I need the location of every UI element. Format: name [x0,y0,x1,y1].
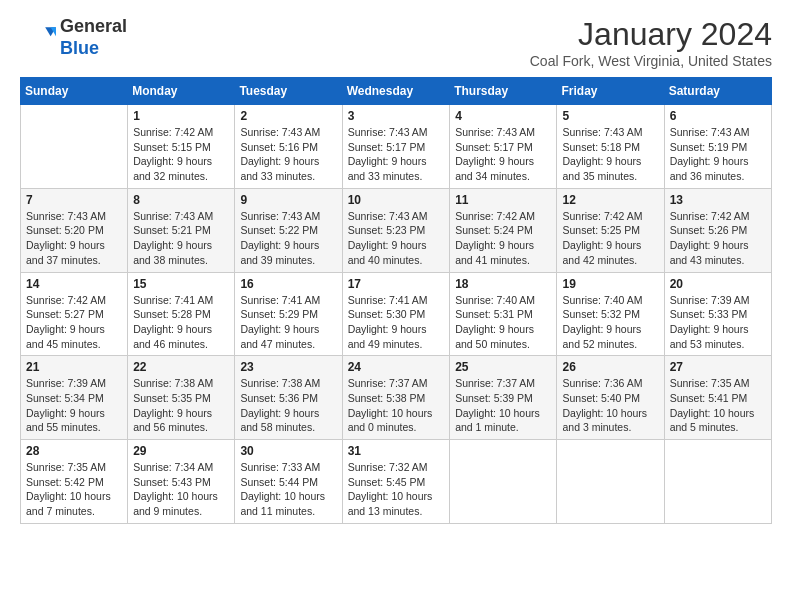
calendar-cell [21,105,128,189]
header-sunday: Sunday [21,78,128,105]
day-number: 12 [562,193,658,207]
calendar-cell: 22Sunrise: 7:38 AM Sunset: 5:35 PM Dayli… [128,356,235,440]
header-tuesday: Tuesday [235,78,342,105]
calendar-cell: 3Sunrise: 7:43 AM Sunset: 5:17 PM Daylig… [342,105,450,189]
day-number: 28 [26,444,122,458]
day-number: 14 [26,277,122,291]
day-info: Sunrise: 7:33 AM Sunset: 5:44 PM Dayligh… [240,460,336,519]
day-number: 27 [670,360,766,374]
calendar-cell: 4Sunrise: 7:43 AM Sunset: 5:17 PM Daylig… [450,105,557,189]
day-info: Sunrise: 7:35 AM Sunset: 5:41 PM Dayligh… [670,376,766,435]
page-header: General Blue January 2024 Coal Fork, Wes… [20,16,772,69]
calendar-cell: 13Sunrise: 7:42 AM Sunset: 5:26 PM Dayli… [664,188,771,272]
day-info: Sunrise: 7:41 AM Sunset: 5:28 PM Dayligh… [133,293,229,352]
calendar-subtitle: Coal Fork, West Virginia, United States [530,53,772,69]
day-number: 10 [348,193,445,207]
calendar-cell: 26Sunrise: 7:36 AM Sunset: 5:40 PM Dayli… [557,356,664,440]
day-info: Sunrise: 7:37 AM Sunset: 5:39 PM Dayligh… [455,376,551,435]
day-number: 16 [240,277,336,291]
day-number: 19 [562,277,658,291]
calendar-header-row: SundayMondayTuesdayWednesdayThursdayFrid… [21,78,772,105]
day-number: 5 [562,109,658,123]
day-info: Sunrise: 7:42 AM Sunset: 5:27 PM Dayligh… [26,293,122,352]
day-info: Sunrise: 7:43 AM Sunset: 5:17 PM Dayligh… [348,125,445,184]
calendar-cell: 11Sunrise: 7:42 AM Sunset: 5:24 PM Dayli… [450,188,557,272]
calendar-cell: 31Sunrise: 7:32 AM Sunset: 5:45 PM Dayli… [342,440,450,524]
calendar-cell: 28Sunrise: 7:35 AM Sunset: 5:42 PM Dayli… [21,440,128,524]
calendar-cell: 18Sunrise: 7:40 AM Sunset: 5:31 PM Dayli… [450,272,557,356]
calendar-cell: 21Sunrise: 7:39 AM Sunset: 5:34 PM Dayli… [21,356,128,440]
day-info: Sunrise: 7:42 AM Sunset: 5:15 PM Dayligh… [133,125,229,184]
day-number: 30 [240,444,336,458]
day-number: 2 [240,109,336,123]
calendar-cell [450,440,557,524]
day-number: 13 [670,193,766,207]
day-info: Sunrise: 7:42 AM Sunset: 5:25 PM Dayligh… [562,209,658,268]
day-number: 3 [348,109,445,123]
day-info: Sunrise: 7:43 AM Sunset: 5:18 PM Dayligh… [562,125,658,184]
calendar-cell: 5Sunrise: 7:43 AM Sunset: 5:18 PM Daylig… [557,105,664,189]
day-number: 9 [240,193,336,207]
header-friday: Friday [557,78,664,105]
day-number: 31 [348,444,445,458]
calendar-week-row: 14Sunrise: 7:42 AM Sunset: 5:27 PM Dayli… [21,272,772,356]
day-info: Sunrise: 7:38 AM Sunset: 5:35 PM Dayligh… [133,376,229,435]
day-number: 24 [348,360,445,374]
day-number: 6 [670,109,766,123]
day-info: Sunrise: 7:37 AM Sunset: 5:38 PM Dayligh… [348,376,445,435]
calendar-cell: 14Sunrise: 7:42 AM Sunset: 5:27 PM Dayli… [21,272,128,356]
day-number: 26 [562,360,658,374]
calendar-cell: 2Sunrise: 7:43 AM Sunset: 5:16 PM Daylig… [235,105,342,189]
calendar-cell: 20Sunrise: 7:39 AM Sunset: 5:33 PM Dayli… [664,272,771,356]
calendar-cell: 8Sunrise: 7:43 AM Sunset: 5:21 PM Daylig… [128,188,235,272]
calendar-cell: 1Sunrise: 7:42 AM Sunset: 5:15 PM Daylig… [128,105,235,189]
header-monday: Monday [128,78,235,105]
calendar-table: SundayMondayTuesdayWednesdayThursdayFrid… [20,77,772,524]
calendar-cell: 10Sunrise: 7:43 AM Sunset: 5:23 PM Dayli… [342,188,450,272]
day-info: Sunrise: 7:43 AM Sunset: 5:16 PM Dayligh… [240,125,336,184]
day-number: 11 [455,193,551,207]
header-saturday: Saturday [664,78,771,105]
calendar-cell: 30Sunrise: 7:33 AM Sunset: 5:44 PM Dayli… [235,440,342,524]
day-info: Sunrise: 7:41 AM Sunset: 5:30 PM Dayligh… [348,293,445,352]
logo-icon [20,20,56,56]
calendar-cell [557,440,664,524]
day-info: Sunrise: 7:43 AM Sunset: 5:21 PM Dayligh… [133,209,229,268]
title-block: January 2024 Coal Fork, West Virginia, U… [530,16,772,69]
day-number: 15 [133,277,229,291]
day-number: 7 [26,193,122,207]
calendar-week-row: 1Sunrise: 7:42 AM Sunset: 5:15 PM Daylig… [21,105,772,189]
day-number: 18 [455,277,551,291]
calendar-cell: 23Sunrise: 7:38 AM Sunset: 5:36 PM Dayli… [235,356,342,440]
calendar-cell: 29Sunrise: 7:34 AM Sunset: 5:43 PM Dayli… [128,440,235,524]
calendar-title: January 2024 [530,16,772,53]
calendar-cell: 25Sunrise: 7:37 AM Sunset: 5:39 PM Dayli… [450,356,557,440]
day-info: Sunrise: 7:42 AM Sunset: 5:24 PM Dayligh… [455,209,551,268]
calendar-cell: 6Sunrise: 7:43 AM Sunset: 5:19 PM Daylig… [664,105,771,189]
day-info: Sunrise: 7:43 AM Sunset: 5:22 PM Dayligh… [240,209,336,268]
day-info: Sunrise: 7:43 AM Sunset: 5:20 PM Dayligh… [26,209,122,268]
day-number: 23 [240,360,336,374]
calendar-cell [664,440,771,524]
day-number: 22 [133,360,229,374]
header-wednesday: Wednesday [342,78,450,105]
day-info: Sunrise: 7:41 AM Sunset: 5:29 PM Dayligh… [240,293,336,352]
logo-text: General Blue [60,16,127,59]
logo: General Blue [20,16,127,59]
day-info: Sunrise: 7:40 AM Sunset: 5:32 PM Dayligh… [562,293,658,352]
day-info: Sunrise: 7:42 AM Sunset: 5:26 PM Dayligh… [670,209,766,268]
day-info: Sunrise: 7:43 AM Sunset: 5:19 PM Dayligh… [670,125,766,184]
day-info: Sunrise: 7:34 AM Sunset: 5:43 PM Dayligh… [133,460,229,519]
calendar-cell: 7Sunrise: 7:43 AM Sunset: 5:20 PM Daylig… [21,188,128,272]
calendar-cell: 9Sunrise: 7:43 AM Sunset: 5:22 PM Daylig… [235,188,342,272]
day-number: 4 [455,109,551,123]
calendar-week-row: 21Sunrise: 7:39 AM Sunset: 5:34 PM Dayli… [21,356,772,440]
day-number: 17 [348,277,445,291]
day-info: Sunrise: 7:35 AM Sunset: 5:42 PM Dayligh… [26,460,122,519]
day-info: Sunrise: 7:36 AM Sunset: 5:40 PM Dayligh… [562,376,658,435]
calendar-cell: 24Sunrise: 7:37 AM Sunset: 5:38 PM Dayli… [342,356,450,440]
calendar-cell: 15Sunrise: 7:41 AM Sunset: 5:28 PM Dayli… [128,272,235,356]
calendar-week-row: 28Sunrise: 7:35 AM Sunset: 5:42 PM Dayli… [21,440,772,524]
calendar-cell: 27Sunrise: 7:35 AM Sunset: 5:41 PM Dayli… [664,356,771,440]
day-number: 29 [133,444,229,458]
